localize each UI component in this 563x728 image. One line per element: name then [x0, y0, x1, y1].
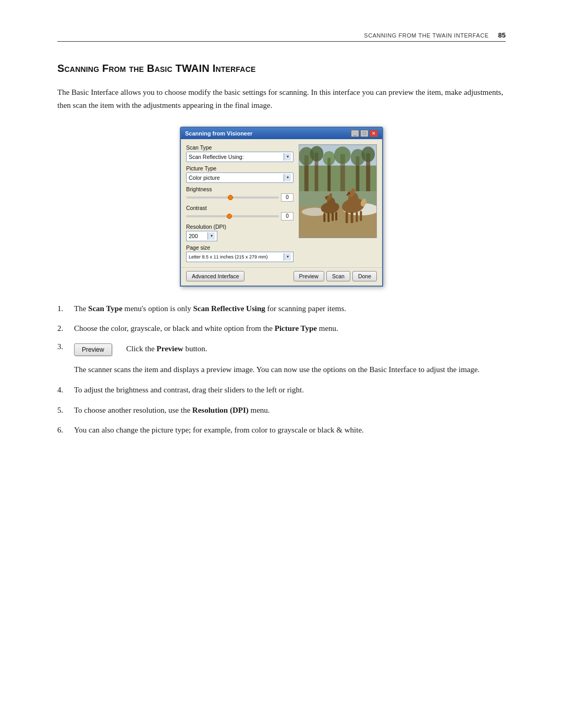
dialog-titlebar: Scanning from Visioneer _ □ ✕	[181, 128, 382, 139]
svg-rect-1	[299, 165, 376, 191]
page-size-group: Page size Letter 8.5 x 11 inches (215 x …	[186, 244, 293, 262]
scan-type-group: Scan Type Scan Reflective Using: ▾	[186, 144, 293, 162]
steps-list: 1. The Scan Type menu's option is only S…	[57, 302, 506, 336]
done-button[interactable]: Done	[352, 271, 377, 281]
svg-point-32	[326, 196, 327, 198]
resolution-arrow: ▾	[207, 232, 215, 240]
page-size-row: Letter 8.5 x 11 inches (215 x 279 mm) ▾	[186, 252, 293, 262]
svg-rect-35	[332, 212, 334, 221]
preview-btn-illustration-col: Preview	[74, 342, 121, 356]
step-6: 6. You can also change the picture type;…	[57, 424, 506, 437]
contrast-track	[186, 215, 279, 217]
scan-type-label: Scan Type	[186, 144, 293, 151]
page-size-label: Page size	[186, 244, 293, 251]
brightness-group: Brightness 0	[186, 186, 293, 202]
contrast-value: 0	[281, 212, 293, 220]
brightness-track	[186, 196, 279, 199]
contrast-slider-row: 0	[186, 212, 293, 220]
step-3-number: 3.	[57, 342, 74, 351]
brightness-value: 0	[281, 193, 293, 202]
resolution-group: Resolution (DPI) 200 ▾	[186, 224, 293, 241]
contrast-group: Contrast 0	[186, 205, 293, 220]
preview-image	[299, 144, 377, 238]
dialog-left-panel: Scan Type Scan Reflective Using: ▾ Pictu…	[186, 144, 293, 262]
minimize-button[interactable]: _	[351, 130, 359, 137]
dialog-container: Scanning from Visioneer _ □ ✕ Scan Type …	[57, 127, 506, 287]
brightness-thumb[interactable]	[228, 195, 233, 200]
svg-rect-26	[360, 211, 362, 221]
resolution-label: Resolution (DPI)	[186, 224, 293, 230]
resolution-select[interactable]: 200 ▾	[186, 231, 217, 241]
picture-type-select[interactable]: Color picture ▾	[186, 172, 293, 183]
svg-point-22	[347, 194, 349, 195]
scan-type-arrow: ▾	[284, 153, 291, 161]
picture-type-value: Color picture	[189, 175, 284, 181]
svg-rect-24	[351, 212, 353, 223]
steps-list-rest: 4. To adjust the brightness and contrast…	[57, 384, 506, 437]
svg-point-20	[351, 188, 356, 194]
svg-point-21	[348, 192, 350, 194]
dialog-title: Scanning from Visioneer	[185, 130, 252, 137]
picture-type-group: Picture Type Color picture ▾	[186, 165, 293, 183]
picture-type-label: Picture Type	[186, 165, 293, 171]
svg-rect-34	[327, 213, 329, 222]
brightness-slider-row: 0	[186, 193, 293, 202]
resolution-row: 200 ▾	[186, 231, 293, 241]
svg-rect-25	[356, 212, 358, 222]
contrast-thumb[interactable]	[227, 214, 232, 219]
action-buttons: Preview Scan Done	[293, 271, 377, 281]
scan-type-value: Scan Reflective Using:	[189, 154, 284, 160]
dialog-footer: Advanced Interface Preview Scan Done	[181, 267, 382, 286]
svg-point-11	[334, 146, 351, 164]
brightness-label: Brightness	[186, 186, 293, 192]
step-4: 4. To adjust the brightness and contrast…	[57, 384, 506, 397]
deer-scene-svg	[299, 145, 376, 238]
step-3: 3. Preview Click the Preview button.	[57, 342, 506, 356]
contrast-label: Contrast	[186, 205, 293, 211]
svg-point-9	[310, 146, 324, 162]
chapter-title: Scanning From the Basic TWAIN Interface	[57, 63, 506, 75]
step-3-subtext: The scanner scans the item and displays …	[57, 363, 506, 376]
maximize-button[interactable]: □	[360, 130, 369, 137]
svg-point-13	[361, 146, 375, 162]
resolution-value: 200	[189, 233, 207, 239]
svg-rect-23	[346, 212, 348, 223]
step-5: 5. To choose another resolution, use the…	[57, 404, 506, 417]
page-number: 85	[498, 31, 506, 39]
svg-point-10	[323, 151, 335, 166]
picture-type-arrow: ▾	[284, 174, 291, 181]
page-header: Scanning from the TWAIN Interface 85	[57, 31, 506, 42]
preview-button[interactable]: Preview	[293, 271, 324, 281]
close-button[interactable]: ✕	[370, 130, 378, 137]
titlebar-buttons: _ □ ✕	[351, 130, 378, 137]
dialog-window: Scanning from Visioneer _ □ ✕ Scan Type …	[180, 127, 383, 287]
page-size-select[interactable]: Letter 8.5 x 11 inches (215 x 279 mm) ▾	[186, 252, 293, 262]
step-1: 1. The Scan Type menu's option is only S…	[57, 302, 506, 315]
page: Scanning from the TWAIN Interface 85 Sca…	[0, 0, 563, 728]
scan-type-select[interactable]: Scan Reflective Using: ▾	[186, 152, 293, 162]
step-2: 2. Choose the color, grayscale, or black…	[57, 322, 506, 335]
page-size-arrow: ▾	[284, 253, 291, 261]
page-size-value: Letter 8.5 x 11 inches (215 x 279 mm)	[189, 254, 284, 260]
svg-point-31	[329, 193, 332, 198]
step-3-text: Click the Preview button.	[126, 342, 506, 355]
dialog-body: Scan Type Scan Reflective Using: ▾ Pictu…	[181, 139, 382, 267]
preview-button-illustration: Preview	[74, 343, 112, 356]
header-label: Scanning from the TWAIN Interface	[364, 32, 488, 39]
svg-rect-36	[335, 212, 337, 220]
intro-paragraph: The Basic Interface allows you to choose…	[57, 86, 506, 112]
svg-rect-33	[323, 213, 325, 222]
scan-button[interactable]: Scan	[326, 271, 350, 281]
advanced-interface-button[interactable]: Advanced Interface	[186, 271, 244, 281]
